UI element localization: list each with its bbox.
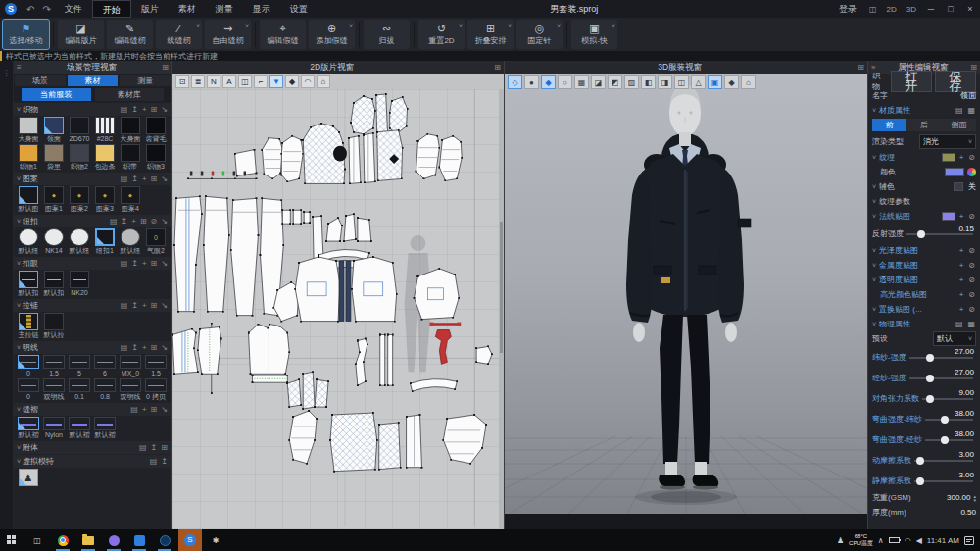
scene-mode-icon[interactable]: ⌂ — [741, 75, 756, 89]
bend-warp-slider[interactable] — [925, 439, 973, 441]
buttonhole-item[interactable]: 默认扣 — [41, 271, 67, 297]
garment-layer-icon[interactable]: ◫ — [674, 75, 689, 89]
popout-icon[interactable]: ⊞ — [159, 63, 172, 72]
fabric-swatch[interactable]: 包边条 — [92, 144, 118, 171]
pattern-piece-quilt-bottom[interactable] — [289, 411, 486, 472]
menu-display[interactable]: 显示 — [243, 0, 280, 18]
import-icon[interactable]: ↥ — [160, 457, 169, 466]
add-icon[interactable]: + — [958, 305, 965, 314]
pattern-piece-small[interactable] — [188, 150, 257, 179]
add-icon[interactable]: + — [141, 259, 148, 268]
thickness-value[interactable]: 0.50 — [960, 508, 976, 517]
section-zippers[interactable]: ˅ 拉链 ▤ ↥ + ⊞ ↘ — [14, 299, 172, 312]
pattern-piece-pants[interactable] — [174, 196, 283, 315]
avatar-show-icon[interactable]: ◇ — [508, 75, 522, 89]
shirring-item[interactable]: 默认褶 — [67, 417, 92, 439]
topstitch-item[interactable]: 0.1 — [67, 378, 92, 401]
slider-knob[interactable] — [941, 436, 949, 444]
pattern-piece-quilt-front[interactable] — [303, 124, 402, 184]
viewport-2d-button[interactable]: 2D — [882, 5, 902, 14]
expand-icon[interactable]: ↘ — [160, 405, 169, 414]
topstitch-item[interactable]: 双明线 — [41, 378, 67, 401]
import-icon[interactable]: ↥ — [150, 443, 159, 452]
seam-display-icon[interactable]: ≣ — [191, 75, 205, 88]
subtab-material-library[interactable]: 素材库 — [95, 88, 165, 101]
texture-swatch[interactable] — [942, 153, 956, 162]
reset-2d-button[interactable]: ↺ 重置2D ˅ — [418, 20, 465, 49]
arrange-tool-icon[interactable]: ⌂ — [317, 75, 330, 88]
delete-icon[interactable]: ⊘ — [967, 276, 976, 284]
dropdown-caret-icon[interactable]: ˅ — [612, 23, 615, 29]
garment-stress-icon[interactable]: ▨ — [624, 75, 639, 89]
topstitch-item[interactable]: 0 拷贝 — [143, 378, 169, 401]
fabric-swatch[interactable]: 袋里 — [41, 144, 67, 171]
topstitch-item[interactable]: 0.8 — [92, 378, 118, 401]
simulate-button[interactable]: ▣ 模拟-快 ˅ — [571, 20, 617, 49]
shirring-item[interactable]: Nylon — [41, 417, 67, 439]
dropdown-caret-icon[interactable]: ˅ — [349, 23, 353, 29]
box-select-icon[interactable]: ⊡ — [175, 75, 189, 88]
menu-home[interactable]: 开始 — [92, 0, 131, 18]
add-icon[interactable]: + — [958, 153, 965, 162]
menu-file[interactable]: 文件 — [55, 0, 92, 18]
fabric-swatch[interactable]: ZD670 — [67, 117, 92, 143]
dropdown-caret-icon[interactable]: ˅ — [245, 23, 249, 29]
pattern-piece-vest[interactable] — [172, 325, 289, 383]
shirring-item[interactable]: 默认褶 — [16, 417, 41, 439]
import-icon[interactable]: ↥ — [121, 217, 129, 225]
add-icon[interactable]: + — [958, 290, 965, 299]
expand-icon[interactable]: ↘ — [160, 217, 169, 225]
style-mode-icon[interactable]: ◆ — [724, 75, 739, 89]
taskbar-style3d-active[interactable]: S — [178, 529, 202, 551]
fabric-name-value[interactable]: 领面 — [960, 90, 976, 101]
section-buttons[interactable]: ˅ 纽扣 ▤ ↥ + ⊞ ⊘ ↘ — [14, 215, 172, 227]
save-icon[interactable]: ▦ — [966, 106, 976, 115]
folder-icon[interactable]: ▤ — [138, 443, 148, 452]
pattern-item[interactable]: 图案4 — [118, 186, 143, 213]
task-view-button[interactable]: ◫ — [25, 529, 49, 551]
copy-icon[interactable]: ⊞ — [150, 259, 159, 268]
slider-knob[interactable] — [916, 477, 924, 485]
copy-icon[interactable]: ⊞ — [139, 217, 148, 225]
slider-knob[interactable] — [917, 230, 925, 238]
taskbar-explorer[interactable] — [76, 529, 100, 551]
pattern-item[interactable]: 图案3 — [92, 186, 118, 213]
import-icon[interactable]: ↥ — [130, 175, 139, 183]
menu-icon[interactable]: ≡ — [14, 63, 24, 72]
button-item[interactable]: 默认纽 — [67, 228, 92, 255]
topstitch-item[interactable]: 6 — [92, 355, 118, 377]
shirring-item[interactable]: 默认褶 — [92, 417, 118, 439]
fold-arrange-button[interactable]: ⊞ 折叠安排 ˅ — [467, 20, 514, 49]
normal-map-swatch[interactable] — [942, 212, 956, 221]
folder-icon[interactable]: ▤ — [955, 320, 964, 328]
slider-knob[interactable] — [916, 457, 924, 465]
garment-mesh-icon[interactable]: ◩ — [608, 75, 622, 89]
fabric-swatch[interactable]: 织物2 — [67, 144, 92, 171]
gsm-value[interactable]: 300.00 — [947, 493, 970, 502]
dropdown-caret-icon[interactable]: ˅ — [508, 23, 512, 29]
zipper-item[interactable]: 默认拉 — [41, 313, 67, 339]
pattern-piece-tiny[interactable] — [476, 346, 492, 364]
copy-icon[interactable]: ⊞ — [150, 343, 159, 352]
edit-sewing-button[interactable]: ✎ 编辑缝纫 — [107, 20, 153, 49]
taskbar-app-dark[interactable] — [153, 529, 176, 551]
viewport-3d-button[interactable]: 3D — [902, 5, 921, 14]
copy-icon[interactable]: ⊞ — [150, 105, 159, 114]
menu-settings[interactable]: 设置 — [280, 0, 318, 18]
slider-knob[interactable] — [926, 395, 934, 403]
vertical-scrollbar[interactable] — [499, 89, 504, 529]
folder-icon[interactable]: ▤ — [129, 405, 139, 414]
folder-icon[interactable]: ▤ — [120, 301, 129, 310]
buttonhole-item[interactable]: 默认扣 — [16, 271, 41, 297]
redo-icon[interactable]: ↷ — [38, 4, 54, 15]
delete-icon[interactable]: ⊘ — [967, 246, 976, 255]
tab-material[interactable]: 素材 — [68, 75, 119, 86]
add-icon[interactable]: + — [958, 276, 965, 284]
tab-measure[interactable]: 测量 — [120, 75, 171, 86]
physics-section-header[interactable]: ˅ 物理属性 ▤ ▦ — [868, 317, 980, 331]
fabric-swatch[interactable]: 大身面 — [118, 117, 143, 143]
notification-icon[interactable] — [964, 536, 974, 545]
grid-display-icon[interactable]: ▦ — [574, 75, 589, 89]
close-button[interactable]: × — [960, 0, 980, 18]
add-icon[interactable]: + — [958, 212, 965, 221]
